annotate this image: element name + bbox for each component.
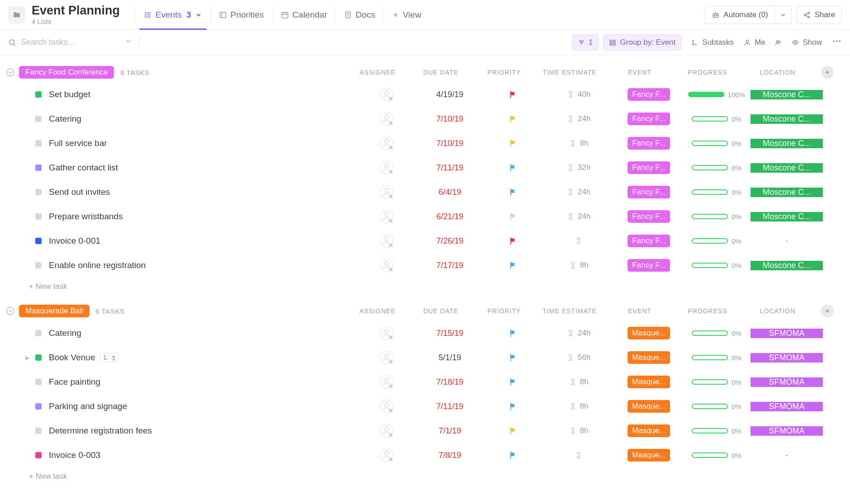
task-row[interactable]: Invoice 0-003 7/8/19 Masque... 0% -	[0, 443, 850, 467]
task-location-tag[interactable]: Moscone C...	[751, 163, 823, 173]
task-location-tag[interactable]: Moscone C...	[751, 114, 823, 124]
task-status-box[interactable]	[35, 262, 42, 268]
folder-button[interactable]	[8, 6, 25, 24]
task-status-box[interactable]	[35, 91, 42, 98]
task-progress[interactable]: 0%	[692, 354, 741, 362]
task-assignee-button[interactable]	[357, 399, 416, 414]
task-name[interactable]: Gather contact list	[49, 163, 357, 173]
task-due-date[interactable]: 7/26/19	[436, 236, 463, 246]
task-time-estimate[interactable]: 8h	[543, 261, 615, 270]
task-time-estimate[interactable]: 24h	[543, 329, 615, 338]
task-name[interactable]: Full service bar	[49, 138, 357, 148]
task-event-tag[interactable]: Fancy F...	[628, 137, 670, 150]
task-progress[interactable]: 0%	[692, 403, 741, 410]
task-time-estimate[interactable]: 56h	[543, 353, 615, 362]
task-row[interactable]: Enable online registration 7/17/19 8h Fa…	[0, 253, 850, 278]
task-expand-button[interactable]: ▶	[25, 354, 35, 361]
task-progress[interactable]: 0%	[692, 115, 741, 123]
task-progress[interactable]: 0%	[692, 213, 741, 221]
task-assignee-button[interactable]	[357, 87, 416, 102]
task-row[interactable]: Parking and signage 7/11/19 8h Masque...…	[0, 394, 850, 419]
task-time-estimate[interactable]: 24h	[543, 188, 615, 197]
group-collapse-button[interactable]	[5, 305, 16, 317]
task-due-date[interactable]: 7/17/19	[436, 261, 463, 270]
col-header-progress[interactable]: PROGRESS	[674, 69, 741, 76]
task-status-box[interactable]	[35, 354, 42, 361]
task-priority-button[interactable]	[484, 212, 543, 221]
task-name[interactable]: Determine registration fees	[49, 426, 357, 436]
group-collapse-button[interactable]	[5, 66, 16, 78]
show-button[interactable]: Show	[792, 38, 822, 47]
col-header-location[interactable]: LOCATION	[741, 69, 814, 76]
share-button[interactable]: Share	[796, 6, 842, 24]
automate-button[interactable]: Automate (0)	[705, 6, 774, 24]
task-location-tag[interactable]: SFMOMA	[751, 377, 823, 387]
task-name[interactable]: Enable online registration	[49, 260, 357, 270]
task-progress[interactable]: 100%	[688, 91, 745, 99]
task-event-tag[interactable]: Fancy F...	[628, 186, 670, 198]
task-assignee-button[interactable]	[357, 233, 416, 249]
task-assignee-button[interactable]	[357, 209, 416, 224]
col-header-priority[interactable]: PRIORITY	[475, 69, 534, 76]
task-row[interactable]: Determine registration fees 7/1/19 8h Ma…	[0, 419, 850, 443]
task-name[interactable]: Catering	[49, 114, 357, 124]
task-location-tag[interactable]: Moscone C...	[751, 90, 823, 99]
task-location-tag[interactable]: Moscone C...	[751, 139, 823, 148]
task-assignee-button[interactable]	[357, 325, 416, 341]
task-priority-button[interactable]	[484, 260, 543, 270]
task-time-estimate[interactable]: 40h	[543, 90, 615, 99]
me-button[interactable]: Me	[744, 38, 765, 47]
task-time-estimate[interactable]: 24h	[543, 114, 615, 123]
task-status-box[interactable]	[35, 403, 42, 410]
task-due-date[interactable]: 6/4/19	[439, 188, 461, 197]
task-due-date[interactable]: 7/11/19	[436, 163, 463, 173]
task-event-tag[interactable]: Fancy F...	[628, 88, 670, 101]
task-priority-button[interactable]	[484, 187, 543, 197]
task-due-date[interactable]: 5/1/19	[439, 353, 461, 363]
subtasks-button[interactable]: Subtasks	[691, 38, 734, 47]
task-time-estimate[interactable]	[543, 452, 615, 459]
task-status-box[interactable]	[35, 213, 42, 220]
new-task-button[interactable]: + New task	[0, 278, 850, 291]
task-due-date[interactable]: 7/15/19	[436, 329, 463, 338]
task-time-estimate[interactable]: 24h	[543, 212, 615, 221]
task-status-box[interactable]	[35, 238, 42, 244]
col-header-assignee[interactable]: ASSIGNEE	[348, 69, 407, 76]
task-location-tag[interactable]: SFMOMA	[751, 426, 823, 436]
task-row[interactable]: Invoice 0-001 7/26/19 Fancy F... 0% -	[0, 229, 850, 253]
automate-dropdown-button[interactable]	[775, 6, 792, 24]
task-status-box[interactable]	[35, 428, 42, 434]
task-name[interactable]: Prepare wristbands	[49, 212, 357, 221]
task-status-box[interactable]	[35, 379, 42, 385]
subtask-count-badge[interactable]: 3	[99, 353, 118, 363]
task-due-date[interactable]: 7/10/19	[436, 139, 463, 148]
task-priority-button[interactable]	[484, 163, 543, 173]
task-location-tag[interactable]: Moscone C...	[751, 188, 823, 197]
tab-calendar[interactable]: Calendar	[273, 0, 335, 30]
task-row[interactable]: Catering 7/10/19 24h Fancy F... 0% Mosco…	[0, 107, 850, 131]
task-due-date[interactable]: 7/8/19	[439, 451, 461, 460]
tab-docs[interactable]: Docs	[336, 0, 383, 30]
task-time-estimate[interactable]: 32h	[543, 163, 615, 172]
task-row[interactable]: Set budget 4/19/19 40h Fancy F... 100% M…	[0, 82, 850, 107]
more-button[interactable]	[832, 36, 842, 48]
task-row[interactable]: Prepare wristbands 6/21/19 24h Fancy F..…	[0, 204, 850, 229]
task-status-box[interactable]	[35, 189, 42, 195]
task-time-estimate[interactable]: 8h	[543, 426, 615, 435]
task-status-box[interactable]	[35, 330, 42, 336]
task-assignee-button[interactable]	[357, 184, 416, 200]
task-time-estimate[interactable]	[543, 237, 615, 245]
task-progress[interactable]: 0%	[692, 262, 741, 269]
task-location-tag[interactable]: SFMOMA	[751, 329, 823, 338]
task-event-tag[interactable]: Fancy F...	[628, 161, 670, 174]
task-assignee-button[interactable]	[357, 447, 416, 463]
task-event-tag[interactable]: Masque...	[628, 449, 671, 462]
filter-button[interactable]: 1	[572, 34, 599, 51]
col-header-priority[interactable]: PRIORITY	[475, 307, 534, 315]
task-time-estimate[interactable]: 8h	[543, 402, 615, 411]
task-due-date[interactable]: 6/21/19	[436, 212, 463, 221]
add-column-button[interactable]	[821, 66, 834, 79]
task-progress[interactable]: 0%	[692, 378, 741, 386]
task-time-estimate[interactable]: 8h	[543, 377, 615, 386]
task-progress[interactable]: 0%	[692, 188, 741, 196]
